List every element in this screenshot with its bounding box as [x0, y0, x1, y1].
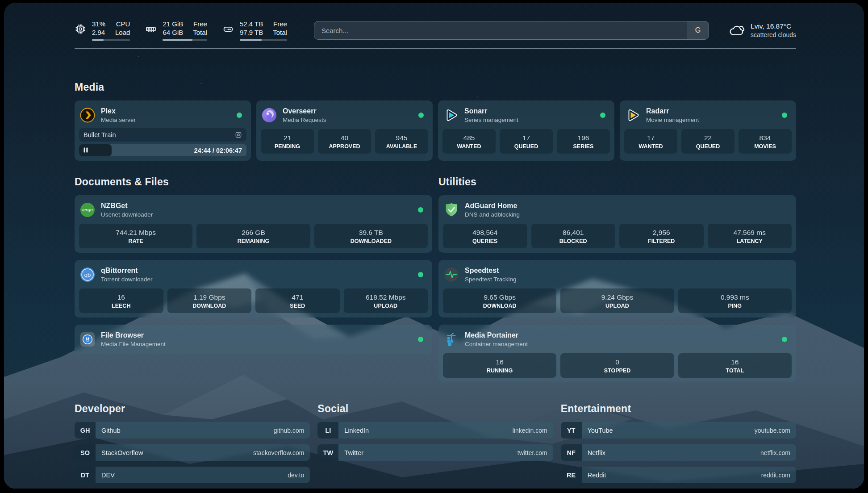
bookmark-url: reddit.com	[761, 472, 796, 479]
search-input[interactable]	[314, 21, 687, 39]
utilities-column: Utilities AdGu	[438, 176, 796, 382]
status-online-dot	[782, 337, 787, 342]
memory-label-bottom: Total	[193, 28, 207, 37]
stat-label: UPLOAD	[562, 303, 672, 309]
memory-icon	[145, 23, 157, 35]
bookmark-stackoverflow[interactable]: SO StackOverflow stackoverflow.com	[75, 444, 310, 461]
stat-value: 618.52 Mbps	[346, 293, 426, 301]
disk-icon	[222, 23, 234, 35]
stat-label: LATENCY	[709, 238, 790, 244]
stat-value: 2,956	[621, 228, 702, 237]
plex-player-row: 24:44 / 02:06:47	[79, 144, 246, 156]
svg-text:nzbget: nzbget	[82, 208, 93, 212]
stat-value: 21	[263, 134, 312, 142]
stat-label: DOWNLOAD	[445, 303, 555, 309]
stat-series: 196 SERIES	[557, 129, 610, 154]
status-online-dot	[418, 207, 423, 213]
section-title-media: Media	[75, 81, 796, 93]
status-online-dot	[418, 272, 423, 277]
stat-running: 16 RUNNING	[443, 353, 556, 378]
stat-label: STOPPED	[562, 368, 672, 374]
stat-value: 1.19 Gbps	[169, 293, 250, 301]
stat-ping: 0.993 ms PING	[678, 288, 792, 313]
stat-label: BLOCKED	[533, 238, 614, 244]
svg-text:qb: qb	[84, 272, 91, 278]
service-card-speedtest[interactable]: Speedtest Speedtest Tracking 9.65 Gbps D…	[438, 260, 796, 318]
stat-label: FILTERED	[621, 238, 702, 244]
cloud-icon	[729, 24, 745, 37]
service-card-filebrowser[interactable]: File Browser Media File Management	[75, 325, 432, 354]
stat-value: 196	[559, 134, 608, 142]
stat-value: 266 GB	[198, 228, 308, 237]
bookmark-abbr: GH	[75, 422, 96, 439]
now-playing-title: Bullet Train	[83, 131, 116, 138]
stat-label: UPLOAD	[346, 303, 426, 309]
bookmark-name: DEV	[96, 472, 115, 479]
service-card-sonarr[interactable]: Sonarr Series management 485 WANTED 17 Q…	[438, 100, 614, 161]
service-card-nzbget[interactable]: nzbget NZBGet Usenet downloader 744.21 M…	[75, 195, 432, 253]
filebrowser-icon	[80, 332, 95, 347]
stat-value: 39.6 TB	[316, 228, 426, 237]
bookmark-linkedin[interactable]: LI LinkedIn linkedin.com	[317, 422, 553, 439]
nzbget-icon: nzbget	[80, 202, 95, 217]
service-description: Usenet downloader	[101, 211, 153, 218]
stat-value: 744.21 Mbps	[81, 228, 191, 237]
stat-label: RATE	[81, 238, 191, 244]
stat-upload: 618.52 Mbps UPLOAD	[344, 288, 428, 313]
cpu-progress-fill	[92, 39, 104, 41]
bookmark-url: github.com	[274, 427, 310, 434]
weather-location-temp: Lviv, 16.87°C	[751, 22, 796, 30]
bookmark-netflix[interactable]: NF Netflix netflix.com	[561, 444, 796, 461]
cast-icon[interactable]	[235, 131, 242, 138]
bookmark-twitter[interactable]: TW Twitter twitter.com	[317, 444, 553, 461]
service-description: DNS and adblocking	[465, 211, 520, 218]
service-description: Movie management	[646, 116, 699, 124]
stat-seed: 471 SEED	[255, 288, 340, 313]
service-description: Torrent downloader	[101, 276, 153, 283]
stat-label: APPROVED	[320, 143, 369, 150]
stat-value: 40	[320, 134, 369, 142]
service-name: NZBGet	[101, 201, 153, 210]
playback-progress	[79, 144, 112, 156]
stat-wanted: 17 WANTED	[624, 129, 677, 154]
stat-queries: 498,564 QUERIES	[443, 224, 527, 248]
stat-value: 834	[740, 134, 790, 142]
bookmark-group-social: Social LI LinkedIn linkedin.com TW Twitt…	[317, 403, 553, 489]
bookmark-github[interactable]: GH Github github.com	[75, 422, 310, 439]
memory-progress-fill	[163, 39, 192, 41]
service-card-qbittorrent[interactable]: qb qBittorrent Torrent downloader 16	[75, 260, 432, 318]
stat-queued: 17 QUEUED	[500, 129, 553, 154]
bookmark-reddit[interactable]: RE Reddit reddit.com	[561, 467, 796, 483]
stat-label: PENDING	[263, 143, 312, 150]
service-card-radarr[interactable]: Radarr Movie management 17 WANTED 22 QUE…	[620, 100, 796, 161]
stat-pending: 21 PENDING	[261, 129, 314, 154]
bookmark-dev[interactable]: DT DEV dev.to	[75, 467, 310, 483]
stat-value: 0	[562, 358, 672, 366]
stat-value: 485	[444, 134, 494, 142]
bookmark-url: twitter.com	[517, 449, 553, 456]
topbar-divider	[75, 48, 796, 49]
stat-rate: 744.21 Mbps RATE	[79, 224, 192, 248]
stat-value: 22	[683, 134, 733, 142]
section-title-entertainment: Entertainment	[561, 403, 796, 415]
service-card-plex[interactable]: Plex Media server Bullet Train	[75, 100, 251, 161]
search-provider-button[interactable]: G	[687, 21, 709, 39]
bookmark-group-developer: Developer GH Github github.com SO StackO…	[75, 403, 310, 489]
overseerr-icon	[262, 108, 277, 123]
disk-total: 97.9 TB	[240, 28, 263, 37]
bookmark-name: Github	[96, 427, 121, 434]
stat-available: 945 AVAILABLE	[375, 129, 428, 154]
service-card-overseerr[interactable]: Overseerr Media Requests 21 PENDING 40 A…	[256, 100, 433, 161]
disk-progress-track	[240, 39, 287, 41]
service-card-adguard[interactable]: AdGuard Home DNS and adblocking 498,564 …	[438, 195, 796, 253]
stat-label: QUEUED	[501, 143, 551, 150]
stat-label: SERIES	[559, 143, 608, 150]
portainer-icon	[444, 332, 459, 347]
stat-label: LEECH	[81, 303, 162, 309]
bookmark-url: linkedin.com	[513, 427, 553, 434]
radarr-icon	[625, 108, 640, 123]
bookmark-youtube[interactable]: YT YouTube youtube.com	[561, 422, 796, 439]
stat-label: DOWNLOADED	[316, 238, 426, 244]
pause-icon[interactable]	[83, 146, 88, 155]
service-card-portainer[interactable]: Media Portainer Container management 16 …	[438, 325, 796, 382]
